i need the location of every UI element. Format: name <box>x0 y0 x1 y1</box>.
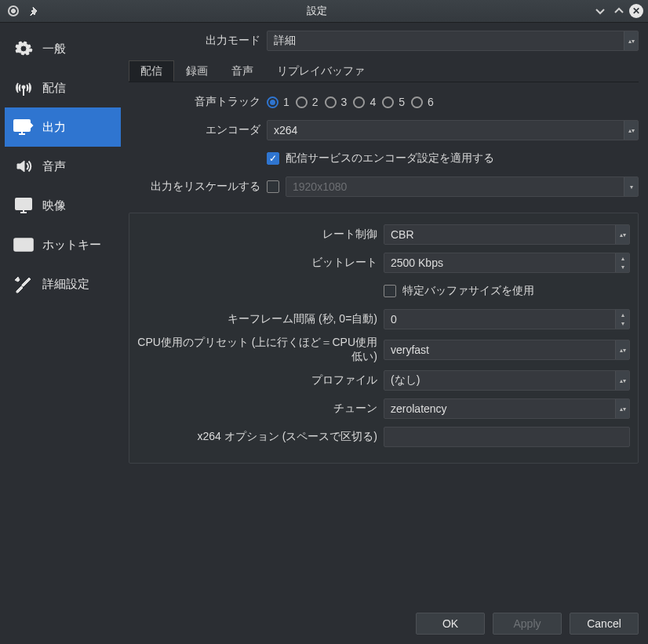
output-mode-label: 出力モード <box>129 34 267 48</box>
sidebar-item-video[interactable]: 映像 <box>5 186 121 225</box>
preset-value: veryfast <box>391 344 429 356</box>
rescale-checkbox[interactable] <box>267 180 279 193</box>
tune-value: zerolatency <box>391 402 447 415</box>
tune-label: チューン <box>137 402 384 416</box>
rate-control-value: CBR <box>391 228 414 241</box>
chevron-updown-icon: ▴▾ <box>624 121 638 140</box>
app-icon <box>6 4 20 18</box>
encoder-select[interactable]: x264 ▴▾ <box>267 120 639 140</box>
enforce-label: 配信サービスのエンコーダ設定を適用する <box>286 151 494 166</box>
keyint-spinner[interactable]: 0 ▴▾ <box>384 309 630 329</box>
rate-control-label: レート制御 <box>137 227 384 242</box>
svg-rect-7 <box>16 198 31 209</box>
sidebar-item-output[interactable]: 出力 <box>5 107 121 147</box>
bitrate-label: ビットレート <box>137 256 384 270</box>
radio-icon <box>411 96 423 108</box>
tab-label: 配信 <box>140 64 162 78</box>
tab-replay-buffer[interactable]: リプレイバッファ <box>265 60 377 82</box>
sidebar-item-label: 詳細設定 <box>42 277 89 292</box>
body: 一般 配信 出力 音声 <box>0 22 648 644</box>
profile-label: プロファイル <box>137 373 384 387</box>
sidebar-item-label: 音声 <box>42 159 66 174</box>
sidebar-item-general[interactable]: 一般 <box>5 29 121 68</box>
enforce-service-settings[interactable]: 配信サービスのエンコーダ設定を適用する <box>267 151 639 166</box>
tools-icon <box>13 275 35 293</box>
audio-track-2[interactable]: 2 <box>296 96 319 108</box>
audio-track-group: 1 2 3 4 5 6 <box>267 96 639 108</box>
chevron-updown-icon: ▴▾ <box>624 31 638 50</box>
chevron-down-icon: ▾ <box>624 177 638 196</box>
spinner-buttons-icon[interactable]: ▴▾ <box>615 253 629 272</box>
profile-value: (なし) <box>391 373 420 387</box>
chevron-updown-icon: ▴▾ <box>615 371 629 390</box>
x264opts-input[interactable] <box>384 427 630 447</box>
sidebar-item-stream[interactable]: 配信 <box>5 68 121 107</box>
tab-recording[interactable]: 録画 <box>174 60 220 82</box>
encoder-value: x264 <box>274 124 297 136</box>
rescale-value: 1920x1080 <box>293 180 347 193</box>
radio-icon <box>296 96 308 108</box>
settings-window: 設定 ✕ 一般 <box>0 0 648 644</box>
profile-select[interactable]: (なし) ▴▾ <box>384 370 630 391</box>
spinner-buttons-icon[interactable]: ▴▾ <box>615 310 629 329</box>
x264opts-label: x264 オプション (スペースで区切る) <box>137 430 384 444</box>
preset-select[interactable]: veryfast ▴▾ <box>384 340 630 360</box>
window-title: 設定 <box>42 4 592 18</box>
gear-icon <box>13 39 35 58</box>
sidebar-item-advanced[interactable]: 詳細設定 <box>5 264 121 304</box>
close-icon[interactable]: ✕ <box>629 4 643 18</box>
output-icon <box>13 118 35 136</box>
custom-buffer-label: 特定バッファサイズを使用 <box>402 284 534 298</box>
audio-track-4[interactable]: 4 <box>353 96 376 108</box>
pin-icon[interactable] <box>27 4 41 18</box>
preset-label: CPU使用のプリセット (上に行くほど＝CPU使用低い) <box>137 336 384 364</box>
maximize-icon[interactable] <box>612 4 626 18</box>
radio-icon <box>267 96 278 108</box>
sidebar-item-hotkeys[interactable]: ホットキー <box>5 225 121 264</box>
monitor-icon <box>13 196 35 215</box>
radio-icon <box>353 96 365 108</box>
sidebar-item-label: 出力 <box>42 120 66 135</box>
streaming-form: 音声トラック 1 2 3 4 5 6 エンコーダ <box>129 82 639 464</box>
radio-icon <box>325 96 337 108</box>
tab-label: リプレイバッファ <box>277 64 365 78</box>
keyboard-icon <box>13 238 35 252</box>
ok-button[interactable]: OK <box>416 613 485 635</box>
cancel-button[interactable]: Cancel <box>570 613 639 635</box>
audio-track-5[interactable]: 5 <box>382 96 405 108</box>
tab-streaming[interactable]: 配信 <box>129 60 174 82</box>
rescale-select: 1920x1080 ▾ <box>286 176 639 197</box>
audio-track-3[interactable]: 3 <box>325 96 348 108</box>
checkbox-icon <box>267 152 279 165</box>
checkbox-icon <box>384 285 396 297</box>
bitrate-spinner[interactable]: 2500 Kbps ▴▾ <box>384 253 630 273</box>
chevron-updown-icon: ▴▾ <box>615 340 629 359</box>
keyint-value: 0 <box>391 313 397 326</box>
tab-label: 録画 <box>186 64 208 78</box>
tune-select[interactable]: zerolatency ▴▾ <box>384 398 630 419</box>
bitrate-value: 2500 Kbps <box>391 257 443 269</box>
audio-track-1[interactable]: 1 <box>267 96 289 108</box>
minimize-icon[interactable] <box>593 4 607 18</box>
main-panel: 出力モード 詳細 ▴▾ 配信 録画 音声 リプレイバッファ <box>121 29 639 605</box>
dialog-buttons: OK Apply Cancel <box>8 605 639 635</box>
chevron-updown-icon: ▴▾ <box>615 225 629 244</box>
apply-button[interactable]: Apply <box>493 613 562 635</box>
audio-track-label: 音声トラック <box>129 95 267 109</box>
output-mode-select[interactable]: 詳細 ▴▾ <box>267 31 639 51</box>
output-tabs: 配信 録画 音声 リプレイバッファ <box>129 60 639 82</box>
sidebar: 一般 配信 出力 音声 <box>5 29 121 605</box>
encoder-settings-panel: レート制御 CBR ▴▾ ビットレート <box>129 213 639 464</box>
titlebar: 設定 ✕ <box>0 0 648 22</box>
sidebar-item-audio[interactable]: 音声 <box>5 147 121 186</box>
sidebar-item-label: 一般 <box>42 42 66 56</box>
antenna-icon <box>13 78 35 97</box>
tab-audio[interactable]: 音声 <box>220 60 265 82</box>
rate-control-select[interactable]: CBR ▴▾ <box>384 224 630 245</box>
audio-track-6[interactable]: 6 <box>411 96 434 108</box>
tab-label: 音声 <box>231 64 253 78</box>
sidebar-item-label: 映像 <box>42 198 66 213</box>
sidebar-item-label: ホットキー <box>42 238 101 253</box>
use-custom-buffer[interactable]: 特定バッファサイズを使用 <box>384 284 630 298</box>
sidebar-item-label: 配信 <box>42 81 66 96</box>
